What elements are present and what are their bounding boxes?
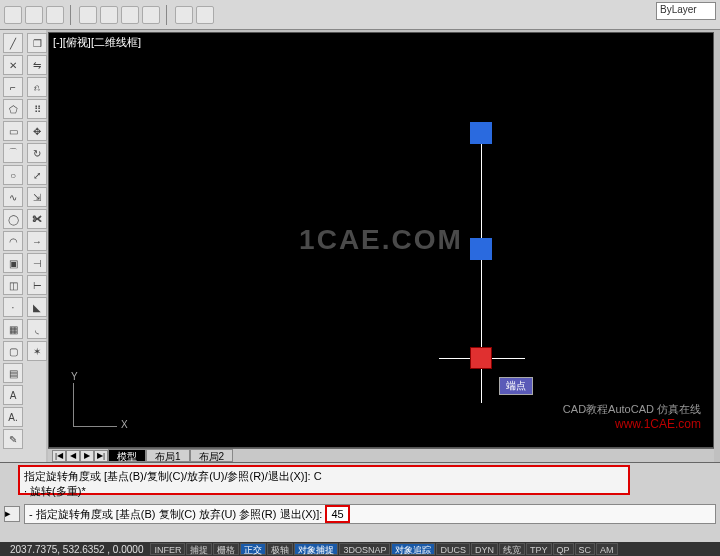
status-tpy-button[interactable]: TPY [526,543,552,555]
layout-tab-bar: |◀ ◀ ▶ ▶| 模型 布局1 布局2 [48,448,714,462]
stretch-tool-icon[interactable]: ⇲ [27,187,47,207]
osnap-tooltip: 端点 [499,377,533,395]
draw-modify-toolbar: ╱ ✕ ⌐ ⬠ ▭ ⌒ ○ ∿ ◯ ◠ ▣ ◫ · ▦ ▢ ▤ A A. ✎ ❐… [0,30,46,462]
join-tool-icon[interactable]: ⊢ [27,275,47,295]
status-lwt-button[interactable]: 线宽 [499,543,525,555]
top-toolbar: ByLayer [0,0,720,30]
mtext-tool-icon[interactable]: A [3,385,23,405]
command-history: 指定旋转角度或 [基点(B)/复制(C)/放弃(U)/参照(R)/退出(X)]:… [18,465,630,495]
break-tool-icon[interactable]: ⊣ [27,253,47,273]
polygon-tool-icon[interactable]: ⬠ [3,99,23,119]
viewport-label[interactable]: [-][俯视][二维线框] [53,35,141,50]
status-qp-button[interactable]: QP [553,543,574,555]
tool-generic-icon[interactable] [142,6,160,24]
tab-nav-first-icon[interactable]: |◀ [52,450,66,462]
tool-generic-icon[interactable] [175,6,193,24]
status-ducs-button[interactable]: DUCS [436,543,470,555]
region-tool-icon[interactable]: ▢ [3,341,23,361]
insert-block-icon[interactable]: ▣ [3,253,23,273]
status-grid-button[interactable]: 栅格 [213,543,239,555]
status-am-button[interactable]: AM [596,543,618,555]
layer-style-dropdown[interactable]: ByLayer [656,2,716,20]
point-tool-icon[interactable]: · [3,297,23,317]
command-prompt-icon[interactable]: ▸ [4,506,20,522]
hatch-tool-icon[interactable]: ▦ [3,319,23,339]
chamfer-tool-icon[interactable]: ◣ [27,297,47,317]
status-osnap-button[interactable]: 对象捕捉 [294,543,338,555]
mirror-tool-icon[interactable]: ⇋ [27,55,47,75]
make-block-icon[interactable]: ◫ [3,275,23,295]
status-ortho-button[interactable]: 正交 [240,543,266,555]
tool-generic-icon[interactable] [4,6,22,24]
tool-generic-icon[interactable] [196,6,214,24]
watermark-caption: CAD教程AutoCAD 仿真在线 [563,402,701,417]
trim-tool-icon[interactable]: ✀ [27,209,47,229]
command-input-value[interactable]: 45 [325,505,349,523]
status-dyn-button[interactable]: DYN [471,543,498,555]
watermark-text: 1CAE.COM [299,224,463,256]
status-3dosnap-button[interactable]: 3DOSNAP [339,543,390,555]
tool-generic-icon[interactable] [46,6,64,24]
ellipse-arc-tool-icon[interactable]: ◠ [3,231,23,251]
circle-tool-icon[interactable]: ○ [3,165,23,185]
watermark-url: www.1CAE.com [615,417,701,431]
separator [70,5,73,25]
tab-nav-prev-icon[interactable]: ◀ [66,450,80,462]
layout-tab-layout1[interactable]: 布局1 [146,449,190,462]
tool-generic-icon[interactable] [121,6,139,24]
ellipse-tool-icon[interactable]: ◯ [3,209,23,229]
command-input[interactable]: - 指定旋转角度或 [基点(B) 复制(C) 放弃(U) 参照(R) 退出(X)… [24,504,716,524]
rotate-tool-icon[interactable]: ↻ [27,143,47,163]
tool-generic-icon[interactable] [25,6,43,24]
status-bar: 2037.7375, 532.6352 , 0.0000 INFER 捕捉 栅格… [0,542,720,556]
grip-selected[interactable] [470,122,492,144]
addselect-tool-icon[interactable]: A. [3,407,23,427]
explode-tool-icon[interactable]: ✶ [27,341,47,361]
offset-tool-icon[interactable]: ⎌ [27,77,47,97]
command-prompt-text: - 指定旋转角度或 [基点(B) 复制(C) 放弃(U) 参照(R) 退出(X)… [29,508,322,520]
scale-tool-icon[interactable]: ⤢ [27,165,47,185]
tab-nav-next-icon[interactable]: ▶ [80,450,94,462]
tool-generic-icon[interactable] [79,6,97,24]
polyline-tool-icon[interactable]: ⌐ [3,77,23,97]
layout-tab-layout2[interactable]: 布局2 [190,449,234,462]
command-history-line: · 旋转(多重)* [24,484,624,499]
extend-tool-icon[interactable]: → [27,231,47,251]
drawing-canvas[interactable]: [-][俯视][二维线框] 1CAE.COM CAD教程AutoCAD 仿真在线… [48,32,714,448]
coordinate-readout[interactable]: 2037.7375, 532.6352 , 0.0000 [4,544,149,555]
spline-tool-icon[interactable]: ∿ [3,187,23,207]
status-otrack-button[interactable]: 对象追踪 [391,543,435,555]
status-snap-button[interactable]: 捕捉 [186,543,212,555]
line-tool-icon[interactable]: ╱ [3,33,23,53]
tool-generic-icon[interactable] [100,6,118,24]
tab-nav-last-icon[interactable]: ▶| [94,450,108,462]
separator [166,5,169,25]
fillet-tool-icon[interactable]: ◟ [27,319,47,339]
move-tool-icon[interactable]: ✥ [27,121,47,141]
grip-selected[interactable] [470,238,492,260]
rectangle-tool-icon[interactable]: ▭ [3,121,23,141]
table-tool-icon[interactable]: ▤ [3,363,23,383]
xline-tool-icon[interactable]: ✕ [3,55,23,75]
command-history-line: 指定旋转角度或 [基点(B)/复制(C)/放弃(U)/参照(R)/退出(X)]:… [24,469,624,484]
grip-hot[interactable] [470,347,492,369]
status-polar-button[interactable]: 极轴 [267,543,293,555]
status-sc-button[interactable]: SC [575,543,596,555]
array-tool-icon[interactable]: ⠿ [27,99,47,119]
copy-tool-icon[interactable]: ❐ [27,33,47,53]
erase-tool-icon[interactable]: ✎ [3,429,23,449]
status-infer-button[interactable]: INFER [150,543,185,555]
command-panel: 指定旋转角度或 [基点(B)/复制(C)/放弃(U)/参照(R)/退出(X)]:… [0,462,720,542]
arc-tool-icon[interactable]: ⌒ [3,143,23,163]
layout-tab-model[interactable]: 模型 [108,449,146,462]
